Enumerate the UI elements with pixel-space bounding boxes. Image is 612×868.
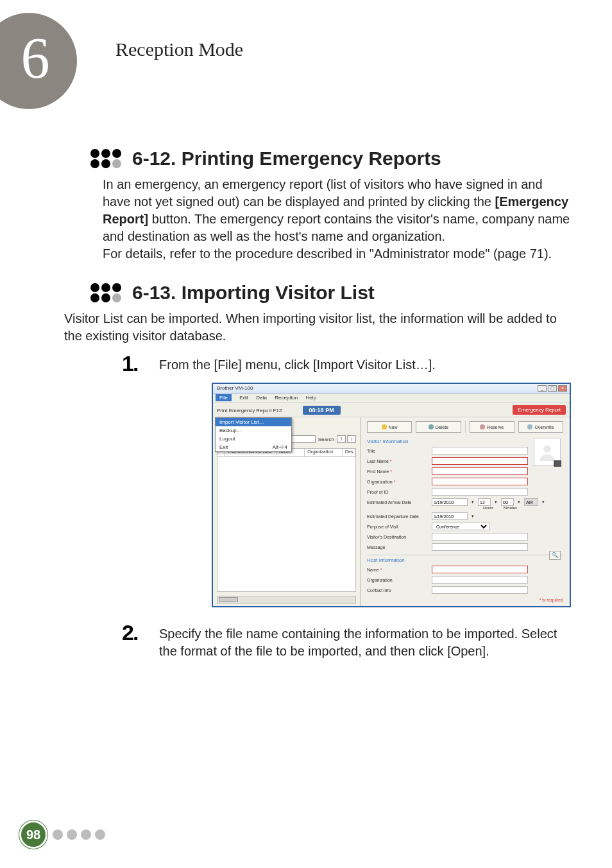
svg-point-8: [112, 283, 121, 292]
reserve-button[interactable]: Reserve: [470, 421, 514, 433]
app-screenshot: Brother VM-100 _ ▢ × File Edit Data Rece…: [212, 383, 571, 607]
horizontal-scrollbar[interactable]: [217, 596, 356, 603]
svg-point-5: [112, 159, 121, 168]
section-6-13: 6-13. Importing Visitor List Visitor Lis…: [64, 282, 574, 660]
minutes-label: Minutes: [504, 506, 517, 510]
arrival-label: Estimated Arrival Date: [367, 500, 428, 505]
clock: 08:18 PM: [303, 406, 341, 415]
col-des[interactable]: Des: [343, 449, 355, 456]
arrival-date[interactable]: [432, 498, 468, 506]
emergency-report-button[interactable]: Emergency Report: [513, 405, 566, 415]
section-dots-icon: [90, 148, 122, 169]
action-buttons: New Delete Reserve Overwrite: [367, 421, 563, 433]
section-6-12: 6-12. Printing Emergency Reports In an e…: [64, 148, 574, 263]
new-button[interactable]: New: [367, 421, 412, 433]
reserve-icon: [480, 424, 485, 430]
svg-point-0: [90, 149, 99, 158]
step-1-text: From the [File] menu, click [Import Visi…: [159, 351, 436, 374]
page-footer: 98: [19, 820, 105, 849]
lastname-input[interactable]: [432, 457, 528, 465]
section-6-13-intro: Visitor List can be imported. When impor…: [64, 310, 574, 345]
section-heading-row-2: 6-13. Importing Visitor List: [90, 282, 574, 304]
overwrite-icon: [527, 424, 532, 430]
right-pane: New Delete Reserve Overwrite Visitor Inf…: [361, 417, 570, 606]
reserve-label: Reserve: [487, 425, 504, 430]
new-label: New: [389, 425, 398, 430]
svg-point-7: [101, 283, 110, 292]
arrow-down-icon[interactable]: ↓: [347, 435, 356, 443]
overwrite-label: Overwrite: [534, 425, 554, 430]
divider: [465, 421, 466, 433]
menu-edit[interactable]: Edit: [239, 395, 248, 401]
list-body[interactable]: [217, 457, 356, 592]
host-info-label: Host Information: [367, 557, 563, 563]
arrow-up-icon[interactable]: ↑: [337, 435, 346, 443]
app-body: Import Visitor List… Backup… Logout Exit…: [213, 417, 570, 606]
host-org-input[interactable]: [432, 576, 528, 584]
lastname-label: Last Name *: [367, 459, 428, 464]
scroll-thumb[interactable]: [219, 597, 238, 602]
host-search-icon[interactable]: 🔍: [549, 551, 561, 560]
minimize-icon[interactable]: _: [538, 385, 547, 392]
maximize-icon[interactable]: ▢: [548, 385, 557, 392]
host-name-input[interactable]: [432, 566, 528, 573]
para-post: button. The emergency report contains th…: [103, 212, 570, 261]
host-name-label: Name *: [367, 568, 428, 572]
delete-button[interactable]: Delete: [416, 421, 461, 433]
photo-corner-icon[interactable]: [554, 460, 561, 467]
host-contact-input[interactable]: [432, 586, 528, 594]
menu-item-import[interactable]: Import Visitor List…: [216, 418, 291, 426]
print-emergency-label[interactable]: Print Emergency Report F12: [217, 408, 282, 413]
toolbar: Print Emergency Report F12 08:18 PM Emer…: [213, 403, 570, 417]
svg-point-11: [112, 293, 121, 302]
col-org[interactable]: Organization: [305, 449, 343, 456]
required-note: * is required: [367, 598, 563, 602]
svg-point-10: [101, 293, 110, 302]
preview-button[interactable]: Preview: [367, 606, 430, 607]
menu-item-exit[interactable]: Exit Alt+F4: [216, 443, 291, 451]
bottom-buttons: Preview Print Badge Print Parking Permit…: [367, 602, 563, 607]
para-pre: In an emergency, an emergency report (li…: [103, 177, 543, 209]
org-input[interactable]: [432, 478, 528, 485]
svg-point-1: [101, 149, 110, 158]
purpose-select[interactable]: Conference: [432, 523, 489, 530]
nav-arrows: ↑ ↓: [337, 435, 356, 443]
close-icon[interactable]: ×: [558, 385, 567, 392]
print-parking-button[interactable]: Print Parking Permit: [500, 606, 563, 607]
window-titlebar: Brother VM-100 _ ▢ ×: [213, 384, 570, 394]
destination-input[interactable]: [432, 533, 528, 541]
title-label: Title: [367, 449, 428, 453]
window-buttons: _ ▢ ×: [538, 385, 567, 392]
page-number-badge: 98: [19, 820, 47, 849]
menu-data[interactable]: Data: [256, 395, 267, 401]
menu-item-exit-accel: Alt+F4: [273, 444, 287, 450]
title-input[interactable]: [432, 447, 528, 455]
print-badge-button[interactable]: Print Badge: [434, 606, 497, 607]
departure-date[interactable]: [432, 512, 468, 520]
menubar: File Edit Data Reception Help: [213, 394, 570, 403]
overwrite-button[interactable]: Overwrite: [518, 421, 563, 433]
section-heading-row: 6-12. Printing Emergency Reports: [90, 148, 574, 169]
svg-point-6: [90, 283, 99, 292]
step-2: 2. Specify the file name containing the …: [122, 620, 574, 660]
message-input[interactable]: [432, 543, 528, 551]
menu-reception[interactable]: Reception: [275, 395, 298, 401]
section-6-12-body: In an emergency, an emergency report (li…: [103, 176, 574, 263]
chapter-title: Reception Mode: [115, 39, 243, 60]
arrival-hour[interactable]: [478, 498, 491, 506]
arrival-min[interactable]: [501, 498, 514, 506]
menu-help[interactable]: Help: [306, 395, 316, 401]
host-contact-label: Contact info: [367, 588, 428, 593]
photo-placeholder[interactable]: [534, 438, 561, 466]
toolbar-left: Print Emergency Report F12 08:18 PM: [217, 407, 341, 413]
arrival-ampm[interactable]: [524, 498, 538, 506]
svg-point-2: [112, 149, 121, 158]
firstname-input[interactable]: [432, 467, 528, 475]
proofid-input[interactable]: [432, 488, 528, 496]
menu-item-logout[interactable]: Logout: [216, 435, 291, 443]
menu-item-backup[interactable]: Backup…: [216, 426, 291, 435]
menu-file[interactable]: File: [216, 394, 232, 401]
hours-label: Hours: [483, 506, 493, 510]
org-label: Organization *: [367, 480, 428, 484]
chapter-number: 6: [21, 25, 50, 91]
